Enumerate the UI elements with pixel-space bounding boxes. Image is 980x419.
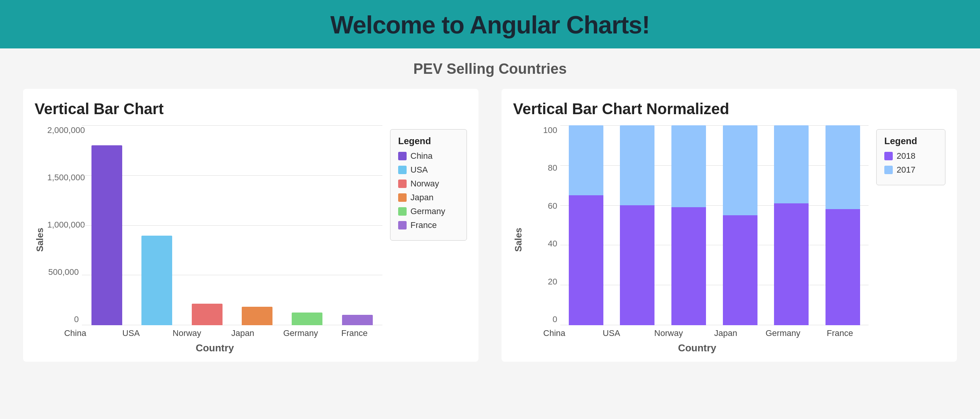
legend-item: China: [398, 151, 459, 161]
legend-title-bar: Legend: [398, 136, 459, 146]
legend-color: [398, 166, 407, 174]
bar-2018-china[interactable]: [569, 195, 603, 325]
x-label-japan: Japan: [228, 328, 258, 338]
normalized-chart-legend: Legend 20182017: [876, 129, 945, 185]
x-label-china: China: [60, 328, 91, 338]
legend-label-norm: 2017: [897, 165, 915, 175]
bar-2018-france[interactable]: [826, 209, 860, 325]
normalized-chart-area: Sales 020406080100 ChinaUSANorwayJapanGe…: [513, 125, 869, 354]
legend-color-norm: [884, 152, 893, 160]
bar-2018-germany[interactable]: [774, 203, 809, 325]
legend-item-norm: 2018: [884, 151, 937, 161]
bar-chart-inner: 0500,0001,000,0001,500,0002,000,000 Chin…: [47, 125, 382, 354]
bar-chart-legend: Legend ChinaUSANorwayJapanGermanyFrance: [390, 129, 467, 241]
y-tick-norm: 80: [526, 163, 560, 173]
x-label-norm-usa: USA: [594, 328, 629, 338]
legend-color-norm: [884, 166, 893, 174]
bar-2017-france[interactable]: [826, 125, 860, 209]
bar-usa[interactable]: [141, 236, 172, 325]
stacked-bar-group: [774, 125, 809, 325]
legend-label: Germany: [410, 206, 445, 216]
bars-area: [82, 125, 382, 325]
y-axis-label-norm: Sales: [513, 125, 524, 354]
bar-2017-china[interactable]: [569, 125, 603, 195]
legend-color: [398, 221, 407, 229]
bar-2017-germany[interactable]: [774, 125, 809, 203]
legend-item: Norway: [398, 179, 459, 189]
legend-color: [398, 152, 407, 160]
x-label-usa: USA: [116, 328, 146, 338]
x-label-norway: Norway: [171, 328, 202, 338]
y-axis-bar: 0500,0001,000,0001,500,0002,000,000: [47, 125, 82, 325]
subtitle: PEV Selling Countries: [0, 61, 980, 77]
bar-group: [292, 313, 322, 325]
header: Welcome to Angular Charts!: [0, 0, 980, 48]
y-tick-bar: 2,000,000: [47, 125, 82, 135]
normalized-bars-row: [560, 125, 869, 325]
legend-label: USA: [410, 165, 428, 175]
bar-japan[interactable]: [242, 307, 272, 325]
y-axis-norm: 020406080100: [526, 125, 560, 325]
x-label-norm-france: France: [823, 328, 857, 338]
legend-label: Norway: [410, 179, 439, 189]
x-axis-title-norm: Country: [526, 342, 869, 354]
bar-2018-norway[interactable]: [671, 207, 706, 325]
stacked-bar-group: [671, 125, 706, 325]
y-tick-norm: 100: [526, 125, 560, 135]
bars-area-norm: [560, 125, 869, 325]
legend-item: USA: [398, 165, 459, 175]
bar-norway[interactable]: [192, 304, 223, 325]
legend-color: [398, 180, 407, 188]
y-tick-norm: 40: [526, 239, 560, 249]
bar-chart-area: Sales 0500,0001,000,0001,500,0002,000,00…: [35, 125, 382, 354]
y-tick-bar: 0: [47, 314, 82, 324]
legend-title-norm: Legend: [884, 136, 937, 146]
x-label-germany: Germany: [283, 328, 314, 338]
bar-chart-title: Vertical Bar Chart: [35, 100, 467, 118]
stacked-bar-group: [620, 125, 654, 325]
bar-group: [192, 304, 223, 325]
y-tick-norm: 0: [526, 314, 560, 324]
y-tick-norm: 20: [526, 277, 560, 287]
bar-china[interactable]: [91, 145, 122, 325]
normalized-chart-title: Vertical Bar Chart Normalized: [513, 100, 945, 118]
x-label-france: France: [339, 328, 370, 338]
legend-item: Germany: [398, 206, 459, 216]
legend-item: Japan: [398, 193, 459, 203]
bar-group: [342, 315, 373, 325]
x-axis-title-bar: Country: [47, 342, 382, 354]
y-tick-bar: 1,000,000: [47, 220, 82, 230]
bar-germany[interactable]: [292, 313, 322, 325]
bars-row: [82, 125, 382, 325]
legend-label: China: [410, 151, 432, 161]
bar-2017-norway[interactable]: [671, 125, 706, 207]
legend-label: France: [410, 220, 437, 230]
legend-item: France: [398, 220, 459, 230]
bar-2017-japan[interactable]: [723, 125, 757, 215]
legend-color: [398, 193, 407, 202]
bar-2018-japan[interactable]: [723, 215, 757, 325]
bar-france[interactable]: [342, 315, 373, 325]
legend-label: Japan: [410, 193, 434, 203]
normalized-chart-section: Vertical Bar Chart Normalized Sales 0204…: [502, 89, 957, 362]
legend-color: [398, 207, 407, 216]
y-tick-norm: 60: [526, 201, 560, 211]
bar-group: [91, 145, 122, 325]
legend-item-norm: 2017: [884, 165, 937, 175]
x-label-norm-norway: Norway: [651, 328, 686, 338]
bar-2017-usa[interactable]: [620, 125, 654, 205]
stacked-bar-group: [723, 125, 757, 325]
legend-label-norm: 2018: [897, 151, 915, 161]
bar-chart-section: Vertical Bar Chart Sales 0500,0001,000,0…: [23, 89, 478, 362]
page-title: Welcome to Angular Charts!: [0, 11, 980, 39]
y-axis-label-bar: Sales: [35, 125, 45, 354]
bar-group: [242, 307, 272, 325]
bar-group: [141, 236, 172, 325]
normalized-chart-inner: 020406080100 ChinaUSANorwayJapanGermanyF…: [526, 125, 869, 354]
x-label-norm-germany: Germany: [766, 328, 800, 338]
y-tick-bar: 1,500,000: [47, 173, 82, 183]
x-label-norm-japan: Japan: [708, 328, 743, 338]
x-label-norm-china: China: [537, 328, 571, 338]
charts-container: Vertical Bar Chart Sales 0500,0001,000,0…: [0, 85, 980, 373]
bar-2018-usa[interactable]: [620, 205, 654, 325]
